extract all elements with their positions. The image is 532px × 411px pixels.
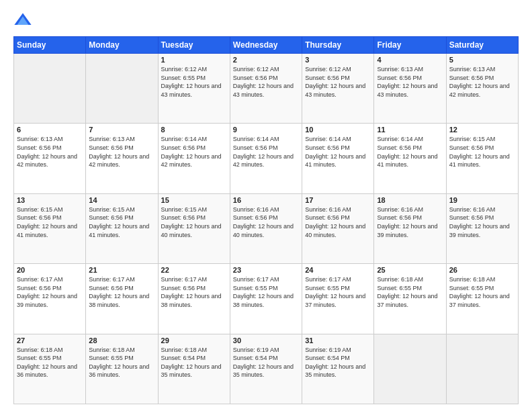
day-number: 3 (305, 56, 371, 64)
day-cell (374, 334, 446, 404)
day-info: Sunrise: 6:16 AM Sunset: 6:56 PM Dayligh… (377, 205, 443, 239)
day-number: 14 (89, 196, 154, 204)
logo (13, 11, 35, 30)
day-cell: 30Sunrise: 6:19 AM Sunset: 6:54 PM Dayli… (230, 334, 302, 404)
day-cell: 1Sunrise: 6:12 AM Sunset: 6:55 PM Daylig… (158, 54, 230, 124)
day-info: Sunrise: 6:14 AM Sunset: 6:56 PM Dayligh… (233, 135, 299, 169)
day-number: 25 (377, 266, 443, 274)
day-number: 11 (377, 126, 443, 134)
day-info: Sunrise: 6:15 AM Sunset: 6:56 PM Dayligh… (161, 205, 227, 239)
weekday-sunday: Sunday (14, 37, 86, 54)
day-cell: 10Sunrise: 6:14 AM Sunset: 6:56 PM Dayli… (302, 124, 374, 193)
calendar: SundayMondayTuesdayWednesdayThursdayFrid… (13, 36, 519, 404)
day-info: Sunrise: 6:18 AM Sunset: 6:55 PM Dayligh… (89, 346, 154, 379)
day-cell: 23Sunrise: 6:17 AM Sunset: 6:55 PM Dayli… (230, 264, 302, 334)
day-info: Sunrise: 6:16 AM Sunset: 6:56 PM Dayligh… (305, 205, 371, 239)
day-info: Sunrise: 6:16 AM Sunset: 6:56 PM Dayligh… (449, 205, 515, 239)
day-cell: 26Sunrise: 6:18 AM Sunset: 6:55 PM Dayli… (446, 264, 518, 334)
day-number: 15 (161, 196, 227, 204)
day-number: 29 (161, 336, 227, 345)
day-number: 30 (233, 336, 299, 345)
day-cell: 9Sunrise: 6:14 AM Sunset: 6:56 PM Daylig… (230, 124, 302, 193)
day-cell: 4Sunrise: 6:13 AM Sunset: 6:56 PM Daylig… (374, 54, 446, 124)
day-info: Sunrise: 6:13 AM Sunset: 6:56 PM Dayligh… (89, 135, 154, 169)
day-cell: 5Sunrise: 6:13 AM Sunset: 6:56 PM Daylig… (446, 54, 518, 124)
day-number: 4 (377, 56, 443, 64)
week-row-4: 20Sunrise: 6:17 AM Sunset: 6:56 PM Dayli… (14, 264, 519, 334)
day-number: 8 (161, 126, 227, 134)
day-info: Sunrise: 6:13 AM Sunset: 6:56 PM Dayligh… (449, 65, 515, 99)
day-info: Sunrise: 6:17 AM Sunset: 6:56 PM Dayligh… (89, 275, 154, 309)
day-cell: 12Sunrise: 6:15 AM Sunset: 6:56 PM Dayli… (446, 124, 518, 193)
day-cell: 7Sunrise: 6:13 AM Sunset: 6:56 PM Daylig… (86, 124, 158, 193)
day-info: Sunrise: 6:13 AM Sunset: 6:56 PM Dayligh… (377, 65, 443, 99)
day-number: 28 (89, 336, 154, 345)
day-number: 9 (233, 126, 299, 134)
day-number: 5 (449, 56, 515, 64)
day-number: 31 (305, 336, 371, 345)
day-cell (446, 334, 518, 404)
day-cell: 24Sunrise: 6:17 AM Sunset: 6:55 PM Dayli… (302, 264, 374, 334)
day-cell: 8Sunrise: 6:14 AM Sunset: 6:56 PM Daylig… (158, 124, 230, 193)
day-cell: 17Sunrise: 6:16 AM Sunset: 6:56 PM Dayli… (302, 193, 374, 263)
day-cell (86, 54, 158, 124)
day-cell: 3Sunrise: 6:12 AM Sunset: 6:56 PM Daylig… (302, 54, 374, 124)
day-info: Sunrise: 6:17 AM Sunset: 6:55 PM Dayligh… (233, 275, 299, 309)
day-number: 23 (233, 266, 299, 274)
day-info: Sunrise: 6:15 AM Sunset: 6:56 PM Dayligh… (17, 205, 83, 239)
day-cell: 15Sunrise: 6:15 AM Sunset: 6:56 PM Dayli… (158, 193, 230, 263)
day-number: 17 (305, 196, 371, 204)
day-info: Sunrise: 6:12 AM Sunset: 6:55 PM Dayligh… (161, 65, 227, 99)
day-number: 26 (449, 266, 515, 274)
day-cell: 14Sunrise: 6:15 AM Sunset: 6:56 PM Dayli… (86, 193, 158, 263)
day-number: 19 (449, 196, 515, 204)
weekday-monday: Monday (86, 37, 158, 54)
day-info: Sunrise: 6:14 AM Sunset: 6:56 PM Dayligh… (305, 135, 371, 169)
week-row-5: 27Sunrise: 6:18 AM Sunset: 6:55 PM Dayli… (14, 334, 519, 404)
day-cell: 27Sunrise: 6:18 AM Sunset: 6:55 PM Dayli… (14, 334, 86, 404)
day-number: 6 (17, 126, 83, 134)
day-number: 7 (89, 126, 154, 134)
page: SundayMondayTuesdayWednesdayThursdayFrid… (0, 0, 532, 411)
day-cell: 13Sunrise: 6:15 AM Sunset: 6:56 PM Dayli… (14, 193, 86, 263)
day-number: 20 (17, 266, 83, 274)
day-info: Sunrise: 6:14 AM Sunset: 6:56 PM Dayligh… (161, 135, 227, 169)
day-cell: 20Sunrise: 6:17 AM Sunset: 6:56 PM Dayli… (14, 264, 86, 334)
day-info: Sunrise: 6:13 AM Sunset: 6:56 PM Dayligh… (17, 135, 83, 169)
day-cell: 25Sunrise: 6:18 AM Sunset: 6:55 PM Dayli… (374, 264, 446, 334)
weekday-saturday: Saturday (446, 37, 518, 54)
day-cell: 28Sunrise: 6:18 AM Sunset: 6:55 PM Dayli… (86, 334, 158, 404)
header (13, 11, 519, 30)
day-cell: 6Sunrise: 6:13 AM Sunset: 6:56 PM Daylig… (14, 124, 86, 193)
day-cell: 22Sunrise: 6:17 AM Sunset: 6:56 PM Dayli… (158, 264, 230, 334)
weekday-tuesday: Tuesday (158, 37, 230, 54)
day-cell (14, 54, 86, 124)
day-cell: 21Sunrise: 6:17 AM Sunset: 6:56 PM Dayli… (86, 264, 158, 334)
day-info: Sunrise: 6:17 AM Sunset: 6:56 PM Dayligh… (161, 275, 227, 309)
weekday-thursday: Thursday (302, 37, 374, 54)
day-number: 13 (17, 196, 83, 204)
day-info: Sunrise: 6:14 AM Sunset: 6:56 PM Dayligh… (377, 135, 443, 169)
day-cell: 2Sunrise: 6:12 AM Sunset: 6:56 PM Daylig… (230, 54, 302, 124)
day-info: Sunrise: 6:17 AM Sunset: 6:56 PM Dayligh… (17, 275, 83, 309)
day-info: Sunrise: 6:12 AM Sunset: 6:56 PM Dayligh… (233, 65, 299, 99)
day-number: 1 (161, 56, 227, 64)
day-info: Sunrise: 6:16 AM Sunset: 6:56 PM Dayligh… (233, 205, 299, 239)
week-row-3: 13Sunrise: 6:15 AM Sunset: 6:56 PM Dayli… (14, 193, 519, 263)
week-row-1: 1Sunrise: 6:12 AM Sunset: 6:55 PM Daylig… (14, 54, 519, 124)
day-number: 16 (233, 196, 299, 204)
day-number: 27 (17, 336, 83, 345)
day-cell: 18Sunrise: 6:16 AM Sunset: 6:56 PM Dayli… (374, 193, 446, 263)
day-info: Sunrise: 6:19 AM Sunset: 6:54 PM Dayligh… (233, 346, 299, 379)
day-number: 12 (449, 126, 515, 134)
day-cell: 11Sunrise: 6:14 AM Sunset: 6:56 PM Dayli… (374, 124, 446, 193)
day-number: 10 (305, 126, 371, 134)
day-info: Sunrise: 6:18 AM Sunset: 6:54 PM Dayligh… (161, 346, 227, 379)
day-info: Sunrise: 6:19 AM Sunset: 6:54 PM Dayligh… (305, 346, 371, 379)
day-number: 22 (161, 266, 227, 274)
day-info: Sunrise: 6:17 AM Sunset: 6:55 PM Dayligh… (305, 275, 371, 309)
day-cell: 19Sunrise: 6:16 AM Sunset: 6:56 PM Dayli… (446, 193, 518, 263)
day-cell: 31Sunrise: 6:19 AM Sunset: 6:54 PM Dayli… (302, 334, 374, 404)
day-number: 24 (305, 266, 371, 274)
day-number: 2 (233, 56, 299, 64)
